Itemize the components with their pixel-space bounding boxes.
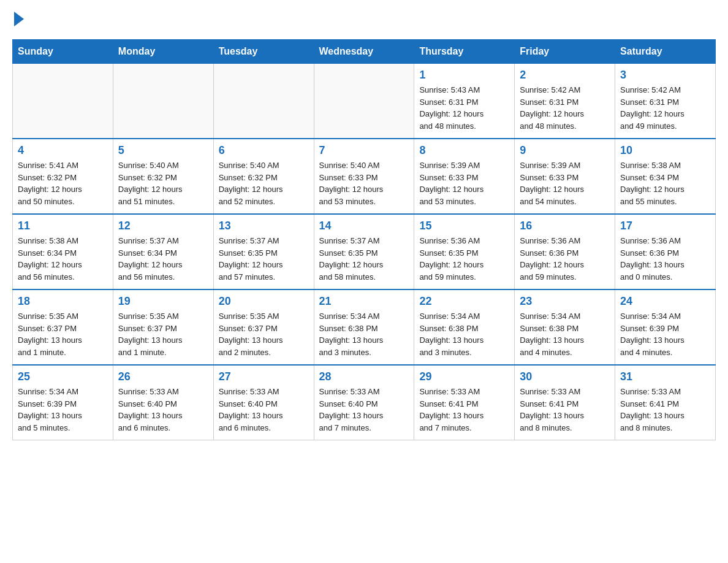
day-info: Sunrise: 5:40 AMSunset: 6:33 PMDaylight:… (319, 159, 409, 207)
day-info: Sunrise: 5:37 AMSunset: 6:34 PMDaylight:… (118, 235, 208, 283)
calendar-cell (314, 64, 414, 139)
calendar-cell: 16Sunrise: 5:36 AMSunset: 6:36 PMDayligh… (515, 214, 615, 289)
day-number: 19 (118, 295, 208, 308)
day-number: 10 (620, 144, 710, 157)
weekday-header-row: Sunday Monday Tuesday Wednesday Thursday… (13, 40, 716, 64)
day-info: Sunrise: 5:33 AMSunset: 6:41 PMDaylight:… (620, 386, 710, 434)
header-monday: Monday (113, 40, 213, 64)
day-number: 22 (419, 295, 509, 308)
calendar-cell: 31Sunrise: 5:33 AMSunset: 6:41 PMDayligh… (615, 365, 716, 440)
calendar-cell: 12Sunrise: 5:37 AMSunset: 6:34 PMDayligh… (113, 214, 213, 289)
calendar-cell: 8Sunrise: 5:39 AMSunset: 6:33 PMDaylight… (414, 139, 515, 214)
day-info: Sunrise: 5:42 AMSunset: 6:31 PMDaylight:… (620, 84, 710, 132)
header-wednesday: Wednesday (314, 40, 414, 64)
day-number: 31 (620, 370, 710, 383)
calendar-cell: 7Sunrise: 5:40 AMSunset: 6:33 PMDaylight… (314, 139, 414, 214)
day-number: 26 (118, 370, 208, 383)
day-number: 28 (319, 370, 409, 383)
calendar-cell: 28Sunrise: 5:33 AMSunset: 6:40 PMDayligh… (314, 365, 414, 440)
day-number: 1 (419, 69, 509, 82)
day-info: Sunrise: 5:36 AMSunset: 6:36 PMDaylight:… (520, 235, 610, 283)
calendar-cell: 21Sunrise: 5:34 AMSunset: 6:38 PMDayligh… (314, 289, 414, 365)
day-info: Sunrise: 5:34 AMSunset: 6:39 PMDaylight:… (18, 386, 108, 434)
calendar-cell: 19Sunrise: 5:35 AMSunset: 6:37 PMDayligh… (113, 289, 213, 365)
day-info: Sunrise: 5:43 AMSunset: 6:31 PMDaylight:… (419, 84, 509, 132)
day-number: 23 (520, 295, 610, 308)
day-number: 7 (319, 144, 409, 157)
calendar-cell: 15Sunrise: 5:36 AMSunset: 6:35 PMDayligh… (414, 214, 515, 289)
calendar-cell: 10Sunrise: 5:38 AMSunset: 6:34 PMDayligh… (615, 139, 716, 214)
day-info: Sunrise: 5:34 AMSunset: 6:38 PMDaylight:… (319, 310, 409, 358)
day-info: Sunrise: 5:35 AMSunset: 6:37 PMDaylight:… (219, 310, 309, 358)
calendar-cell: 29Sunrise: 5:33 AMSunset: 6:41 PMDayligh… (414, 365, 515, 440)
day-info: Sunrise: 5:36 AMSunset: 6:35 PMDaylight:… (419, 235, 509, 283)
day-info: Sunrise: 5:41 AMSunset: 6:32 PMDaylight:… (18, 159, 108, 207)
day-number: 4 (18, 144, 108, 157)
calendar-cell: 4Sunrise: 5:41 AMSunset: 6:32 PMDaylight… (13, 139, 113, 214)
calendar-cell: 24Sunrise: 5:34 AMSunset: 6:39 PMDayligh… (615, 289, 716, 365)
calendar-cell (13, 64, 113, 139)
day-number: 13 (219, 220, 309, 232)
day-number: 29 (419, 370, 509, 383)
day-number: 6 (219, 144, 309, 157)
day-info: Sunrise: 5:34 AMSunset: 6:38 PMDaylight:… (419, 310, 509, 358)
day-info: Sunrise: 5:37 AMSunset: 6:35 PMDaylight:… (319, 235, 409, 283)
calendar-cell: 25Sunrise: 5:34 AMSunset: 6:39 PMDayligh… (13, 365, 113, 440)
calendar-table: Sunday Monday Tuesday Wednesday Thursday… (12, 39, 716, 440)
day-info: Sunrise: 5:42 AMSunset: 6:31 PMDaylight:… (520, 84, 610, 132)
calendar-cell: 9Sunrise: 5:39 AMSunset: 6:33 PMDaylight… (515, 139, 615, 214)
day-number: 14 (319, 220, 409, 232)
day-info: Sunrise: 5:35 AMSunset: 6:37 PMDaylight:… (118, 310, 208, 358)
calendar-cell: 6Sunrise: 5:40 AMSunset: 6:32 PMDaylight… (213, 139, 314, 214)
day-number: 18 (18, 295, 108, 308)
day-info: Sunrise: 5:38 AMSunset: 6:34 PMDaylight:… (620, 159, 710, 207)
calendar-cell: 1Sunrise: 5:43 AMSunset: 6:31 PMDaylight… (414, 64, 515, 139)
day-info: Sunrise: 5:34 AMSunset: 6:38 PMDaylight:… (520, 310, 610, 358)
day-number: 15 (419, 220, 509, 232)
calendar-cell (113, 64, 213, 139)
calendar-cell: 2Sunrise: 5:42 AMSunset: 6:31 PMDaylight… (515, 64, 615, 139)
day-number: 5 (118, 144, 208, 157)
day-number: 8 (419, 144, 509, 157)
day-info: Sunrise: 5:40 AMSunset: 6:32 PMDaylight:… (219, 159, 309, 207)
logo (12, 12, 24, 27)
day-info: Sunrise: 5:38 AMSunset: 6:34 PMDaylight:… (18, 235, 108, 283)
day-info: Sunrise: 5:39 AMSunset: 6:33 PMDaylight:… (520, 159, 610, 207)
calendar-cell: 26Sunrise: 5:33 AMSunset: 6:40 PMDayligh… (113, 365, 213, 440)
day-number: 30 (520, 370, 610, 383)
calendar-cell: 13Sunrise: 5:37 AMSunset: 6:35 PMDayligh… (213, 214, 314, 289)
calendar-cell: 22Sunrise: 5:34 AMSunset: 6:38 PMDayligh… (414, 289, 515, 365)
calendar-cell (213, 64, 314, 139)
page-header (12, 12, 716, 27)
day-number: 20 (219, 295, 309, 308)
day-number: 3 (620, 69, 710, 82)
calendar-cell: 20Sunrise: 5:35 AMSunset: 6:37 PMDayligh… (213, 289, 314, 365)
day-info: Sunrise: 5:39 AMSunset: 6:33 PMDaylight:… (419, 159, 509, 207)
calendar-cell: 23Sunrise: 5:34 AMSunset: 6:38 PMDayligh… (515, 289, 615, 365)
day-number: 12 (118, 220, 208, 232)
calendar-cell: 30Sunrise: 5:33 AMSunset: 6:41 PMDayligh… (515, 365, 615, 440)
day-info: Sunrise: 5:33 AMSunset: 6:40 PMDaylight:… (319, 386, 409, 434)
day-info: Sunrise: 5:34 AMSunset: 6:39 PMDaylight:… (620, 310, 710, 358)
header-thursday: Thursday (414, 40, 515, 64)
header-tuesday: Tuesday (213, 40, 314, 64)
header-friday: Friday (515, 40, 615, 64)
calendar-cell: 17Sunrise: 5:36 AMSunset: 6:36 PMDayligh… (615, 214, 716, 289)
calendar-cell: 18Sunrise: 5:35 AMSunset: 6:37 PMDayligh… (13, 289, 113, 365)
day-number: 17 (620, 220, 710, 232)
calendar-cell: 3Sunrise: 5:42 AMSunset: 6:31 PMDaylight… (615, 64, 716, 139)
day-info: Sunrise: 5:40 AMSunset: 6:32 PMDaylight:… (118, 159, 208, 207)
day-number: 16 (520, 220, 610, 232)
day-info: Sunrise: 5:33 AMSunset: 6:40 PMDaylight:… (219, 386, 309, 434)
day-info: Sunrise: 5:33 AMSunset: 6:41 PMDaylight:… (419, 386, 509, 434)
calendar-cell: 14Sunrise: 5:37 AMSunset: 6:35 PMDayligh… (314, 214, 414, 289)
calendar-cell: 27Sunrise: 5:33 AMSunset: 6:40 PMDayligh… (213, 365, 314, 440)
header-sunday: Sunday (13, 40, 113, 64)
day-info: Sunrise: 5:33 AMSunset: 6:41 PMDaylight:… (520, 386, 610, 434)
header-saturday: Saturday (615, 40, 716, 64)
day-info: Sunrise: 5:35 AMSunset: 6:37 PMDaylight:… (18, 310, 108, 358)
calendar-cell: 11Sunrise: 5:38 AMSunset: 6:34 PMDayligh… (13, 214, 113, 289)
day-info: Sunrise: 5:36 AMSunset: 6:36 PMDaylight:… (620, 235, 710, 283)
day-number: 27 (219, 370, 309, 383)
calendar-cell: 5Sunrise: 5:40 AMSunset: 6:32 PMDaylight… (113, 139, 213, 214)
